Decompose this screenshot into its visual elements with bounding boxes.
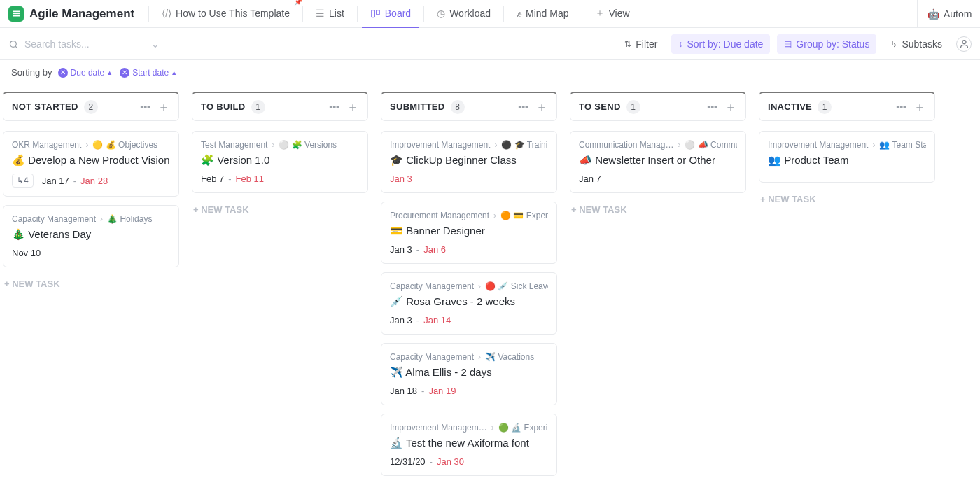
search-input[interactable] — [23, 38, 148, 50]
due-date: Feb 11 — [236, 174, 264, 184]
filter-icon: ⇅ — [624, 39, 631, 49]
sort-chip-start-date[interactable]: ✕ Start date ▲ — [120, 68, 177, 78]
new-task-button[interactable]: + NEW TASK — [192, 202, 368, 218]
nav-workload[interactable]: ◷ Workload — [428, 0, 499, 28]
subtasks-label: Subtasks — [902, 38, 942, 50]
group-button[interactable]: ▤ Group by: Status — [777, 34, 876, 54]
task-card[interactable]: Improvement Managem… › 🟢 🔬 Experime… 🔬 T… — [381, 414, 557, 476]
task-card[interactable]: Capacity Management › ✈️ Vacations ✈️ Al… — [381, 343, 557, 405]
sort-label: Sort by: Due date — [687, 38, 763, 50]
chip-label: Start date — [132, 68, 169, 78]
nav-workload-label: Workload — [449, 8, 491, 19]
new-task-button[interactable]: + NEW TASK — [570, 202, 746, 218]
nav-howto[interactable]: ⟨/⟩ How to Use This Template 📌 — [153, 0, 298, 28]
column-inactive: INACTIVE 1 ••• ＋ Improvement Management … — [759, 92, 935, 207]
close-icon[interactable]: ✕ — [120, 68, 130, 78]
breadcrumb-space: Capacity Management — [12, 214, 96, 224]
task-title: 💉 Rosa Graves - 2 weeks — [390, 295, 548, 308]
add-card-button[interactable]: ＋ — [913, 99, 926, 115]
start-date: 12/31/20 — [390, 456, 426, 467]
column-menu[interactable]: ••• — [896, 101, 906, 113]
divider — [160, 36, 160, 52]
chevron-right-icon: › — [678, 140, 680, 150]
task-title: 📣 Newsletter Insert or Other — [579, 154, 737, 167]
breadcrumb: Improvement Management › 👥 Team Status — [768, 140, 926, 150]
chevron-right-icon: › — [872, 140, 875, 150]
add-card-button[interactable]: ＋ — [158, 99, 170, 115]
robot-icon: 🤖 — [927, 8, 939, 20]
task-dates: Jan 3 — [390, 174, 548, 184]
board-icon — [370, 7, 381, 19]
task-card[interactable]: Capacity Management › 🔴 💉 Sick Leave 💉 R… — [381, 272, 557, 335]
automations-label: Automations — [944, 8, 972, 20]
nav-list[interactable]: ☰ List — [307, 0, 353, 28]
workload-icon: ◷ — [437, 8, 445, 19]
chevron-down-icon[interactable]: ⌄ — [151, 38, 160, 50]
add-card-button[interactable]: ＋ — [536, 99, 548, 115]
breadcrumb-space: Improvement Management — [390, 140, 490, 150]
chevron-right-icon: › — [494, 140, 497, 150]
chevron-right-icon: › — [478, 281, 481, 291]
column-title: INACTIVE — [768, 101, 812, 112]
start-date: Nov 10 — [12, 248, 41, 258]
task-title: 💰 Develop a New Product Vision — [12, 154, 170, 167]
nav-mindmap[interactable]: ⸙ Mind Map — [508, 0, 577, 28]
group-icon: ▤ — [784, 39, 792, 49]
breadcrumb: OKR Management › 🟡 💰 Objectives — [12, 140, 170, 150]
task-card[interactable]: Communication Manag… › ⚪ 📣 Communica… 📣 … — [570, 131, 746, 193]
column-menu[interactable]: ••• — [707, 101, 718, 113]
new-task-button[interactable]: + NEW TASK — [3, 276, 179, 292]
column-menu[interactable]: ••• — [329, 101, 340, 113]
due-date: Jan 19 — [428, 386, 456, 396]
assignee-filter[interactable] — [956, 36, 972, 52]
code-icon: ⟨/⟩ — [162, 8, 172, 19]
task-dates: 12/31/20 - Jan 30 — [390, 456, 548, 467]
search-wrap: ⌄ — [8, 38, 155, 50]
close-icon[interactable]: ✕ — [58, 68, 68, 78]
filter-button[interactable]: ⇅ Filter — [617, 34, 664, 54]
task-card[interactable]: Test Management › ⚪ 🧩 Versions 🧩 Version… — [192, 131, 368, 193]
task-card[interactable]: Improvement Management › 👥 Team Status 👥… — [759, 131, 935, 183]
sort-icon: ↕ — [678, 39, 682, 49]
filter-label: Filter — [636, 38, 657, 50]
pin-icon: 📌 — [294, 0, 302, 6]
add-card-button[interactable]: ＋ — [724, 99, 737, 115]
column-menu[interactable]: ••• — [518, 101, 528, 113]
nav-board[interactable]: Board — [362, 0, 419, 28]
chevron-right-icon: › — [85, 140, 88, 150]
sorting-by-label: Sorting by — [11, 67, 52, 78]
start-date: Jan 3 — [390, 315, 412, 325]
breadcrumb-list: 👥 Team Status — [879, 140, 926, 150]
arrow-up-icon: ▲ — [171, 69, 177, 76]
add-card-button[interactable]: ＋ — [346, 99, 359, 115]
subtask-count[interactable]: ↳ 4 — [12, 174, 34, 188]
task-dates: Nov 10 — [12, 248, 170, 258]
divider — [503, 6, 504, 22]
subtasks-icon: ↳ — [890, 39, 897, 49]
subtasks-button[interactable]: ↳ Subtasks — [883, 34, 949, 54]
divider — [302, 6, 303, 22]
column-menu[interactable]: ••• — [140, 101, 150, 113]
breadcrumb-space: OKR Management — [12, 140, 81, 150]
breadcrumb-list: ✈️ Vacations — [485, 352, 534, 362]
column-to-build: TO BUILD 1 ••• ＋ Test Management › ⚪ 🧩 V… — [192, 92, 368, 218]
task-title: 🎓 ClickUp Beginner Class — [390, 154, 548, 167]
sort-button[interactable]: ↕ Sort by: Due date — [671, 34, 770, 54]
new-task-button[interactable]: + NEW TASK — [759, 191, 935, 207]
task-dates: Jan 7 — [579, 174, 737, 184]
task-card[interactable]: Improvement Management › ⚫ 🎓 Trainings 🎓… — [381, 131, 557, 193]
task-card[interactable]: Capacity Management › 🎄 Holidays 🎄 Veter… — [3, 205, 179, 267]
automations-button[interactable]: 🤖 Automations — [917, 0, 972, 28]
column-header: INACTIVE 1 ••• ＋ — [759, 92, 935, 121]
sort-chip-due-date[interactable]: ✕ Due date ▲ — [58, 68, 113, 78]
nav-addview[interactable]: ＋ View — [587, 0, 638, 28]
column-to-send: TO SEND 1 ••• ＋ Communication Manag… › ⚪… — [570, 92, 746, 218]
task-card[interactable]: OKR Management › 🟡 💰 Objectives 💰 Develo… — [3, 131, 179, 197]
due-date: Jan 3 — [390, 174, 412, 184]
svg-point-2 — [10, 41, 17, 47]
column-header: TO SEND 1 ••• ＋ — [570, 92, 746, 121]
task-title: 🎄 Veterans Day — [12, 228, 170, 241]
task-card[interactable]: Procurement Management › 🟠 💳 Expenses 💳 … — [381, 202, 557, 264]
column-count: 1 — [818, 100, 832, 114]
nav-addview-label: View — [609, 8, 630, 19]
